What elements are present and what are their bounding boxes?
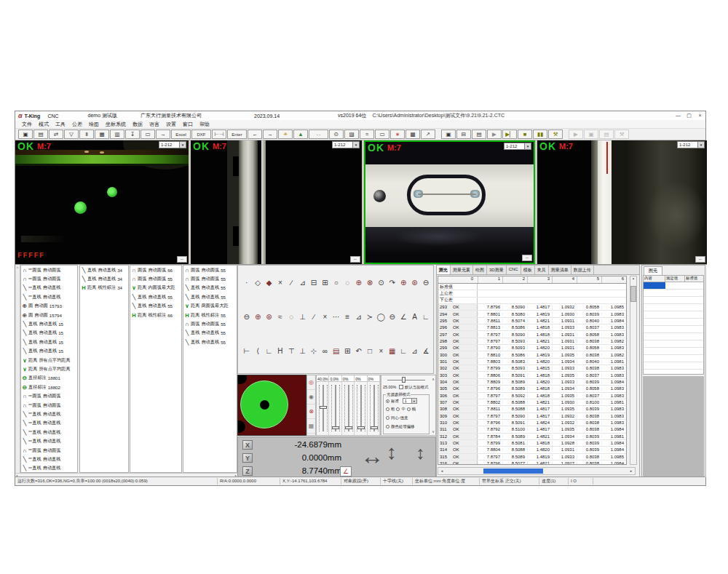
list-item[interactable]: ╲***直线自动直线 — [21, 437, 77, 445]
camera-grid-button[interactable]: ▦ — [95, 129, 109, 139]
standard-level-combo[interactable]: 1▾ — [403, 398, 417, 404]
camera-view-3-selected[interactable]: OK M:7 1-212▾ ⇔ — [364, 140, 535, 264]
measure-button[interactable]: Ⅱ — [79, 129, 94, 139]
selected-cell[interactable] — [644, 282, 665, 289]
table-label-row[interactable]: 下公差 — [438, 298, 626, 304]
table-row[interactable]: 298OK7.87978.50931.48211.09310.80381.098… — [438, 338, 626, 345]
table-row[interactable]: 293OK7.87968.50901.48171.09320.80581.098… — [438, 304, 626, 311]
list-item[interactable]: H距离线性标注66 — [130, 311, 181, 319]
column-header[interactable]: 0 — [438, 276, 478, 283]
stop-button[interactable]: ■ — [518, 129, 532, 139]
tool-icon[interactable]: ⊛ — [409, 279, 420, 287]
curve-button[interactable]: ↗ — [421, 129, 435, 139]
list-item[interactable]: ╲直线自动直线15 — [21, 319, 77, 328]
column-header[interactable]: 2 — [502, 276, 527, 283]
slider-thumb[interactable] — [345, 426, 352, 429]
tab-6[interactable]: 模板 — [521, 266, 535, 274]
tool-icon[interactable]: × — [274, 279, 285, 287]
slider-thumb[interactable] — [357, 426, 365, 429]
tool-icon[interactable]: ⊥ — [297, 347, 308, 355]
ruler-button[interactable]: ⊢⊣ — [212, 129, 226, 139]
table-label-row[interactable]: 上公差 — [438, 290, 626, 297]
menu-item[interactable]: 绘图 — [89, 121, 99, 128]
tool-icon[interactable]: ⊖ — [420, 279, 431, 287]
list-item[interactable]: ∨距离所有点平均距离 — [21, 364, 77, 373]
tab-2[interactable]: 测量元素 — [451, 266, 473, 274]
radio-mid[interactable] — [396, 407, 400, 411]
close-button[interactable]: × — [695, 111, 705, 120]
list-item[interactable]: ╲直线自动直线34 — [80, 274, 128, 283]
list-item[interactable]: ∩***圆弧自动圆弧 — [21, 266, 77, 274]
zoom-slider-thumb[interactable] — [402, 377, 405, 383]
matrix-button[interactable]: ▩ — [405, 129, 420, 139]
tool-icon[interactable]: ∡ — [420, 347, 431, 355]
table-row[interactable]: 311OK7.87928.51001.48171.09350.80381.098… — [438, 426, 626, 433]
minimize-button[interactable]: — — [673, 111, 684, 120]
open-result-button[interactable]: ▤ — [472, 129, 486, 139]
row-header[interactable]: 310OK — [438, 420, 478, 426]
light-mode-icon[interactable]: ▦ — [307, 419, 315, 434]
table-row[interactable]: 299OK7.87908.50931.48201.09310.80581.098… — [438, 345, 626, 351]
row-header[interactable]: 303OK — [438, 372, 478, 378]
table-row[interactable]: 309OK7.87978.50901.48171.09320.80381.098… — [438, 413, 626, 420]
column-header[interactable]: 6 — [601, 276, 626, 283]
table-row[interactable]: 301OK7.88038.50831.48201.09340.80401.098… — [438, 359, 626, 365]
tool-icon[interactable]: ∟ — [264, 347, 274, 355]
elements-row[interactable] — [644, 319, 703, 326]
camera-view-2[interactable]: OK M:7 1-212▾ ⇔ — [191, 140, 362, 264]
tool-icon[interactable]: ∕ — [286, 279, 297, 287]
tab-5[interactable]: CNC — [507, 266, 521, 274]
arrow-right-button[interactable]: → — [263, 129, 277, 139]
table-row[interactable]: 306OK7.87978.50921.48181.09350.80371.098… — [438, 393, 626, 399]
flip-button[interactable]: ⇄ — [49, 129, 63, 139]
table-row[interactable]: 315OK7.87978.50891.48191.09330.80381.098… — [438, 454, 626, 461]
light-ring-preview[interactable] — [237, 375, 306, 436]
tool-icon[interactable]: ⊕ — [397, 279, 408, 287]
list-item[interactable]: ╲***直线自动直线 — [21, 410, 77, 418]
row-header[interactable]: 301OK — [438, 359, 478, 364]
list-item[interactable]: ╲直线自动直线55 — [183, 284, 237, 292]
list-item[interactable]: ∩***圆弧自动圆弧 — [21, 391, 77, 400]
run-tool-button[interactable]: ⚒ — [548, 129, 563, 139]
tool-icon[interactable]: ↷ — [387, 279, 397, 287]
list-item[interactable]: ╲***直线自动直线 — [21, 419, 77, 428]
elements-row[interactable] — [644, 297, 703, 304]
list-item[interactable]: ⊖直径标注18801 — [21, 374, 77, 383]
scroll-down-icon[interactable]: ∨ — [432, 429, 435, 434]
list-item[interactable]: ╲直线自动直线55 — [130, 292, 181, 301]
list-item[interactable]: ╲直线自动直线15 — [21, 338, 77, 346]
menu-item[interactable]: 数据 — [132, 121, 143, 128]
tab-1[interactable]: 测光 — [437, 266, 451, 274]
table-row[interactable]: 308OK7.88118.50881.48171.09350.80391.098… — [438, 406, 626, 412]
resize-handle[interactable]: ⇔ — [350, 256, 360, 263]
z-jog-arrows[interactable]: ↕ — [416, 444, 425, 462]
tool-icon[interactable]: ⊕ — [252, 313, 263, 321]
tool-icon[interactable]: ⊖ — [241, 313, 252, 321]
image-button[interactable]: ▲ — [293, 129, 308, 139]
table-row[interactable]: 295OK7.88118.50741.48211.09310.80401.098… — [438, 318, 626, 324]
list-item[interactable]: ∩圆弧自动圆弧55 — [183, 266, 237, 274]
menu-item[interactable]: 语言 — [149, 121, 159, 128]
column-header[interactable]: 4 — [552, 276, 577, 283]
resize-handle[interactable]: ⇔ — [522, 255, 532, 261]
column-header[interactable]: 5 — [577, 276, 601, 283]
elements-row[interactable] — [644, 326, 703, 333]
tool-icon[interactable]: ⊥ — [297, 313, 308, 321]
tool-icon[interactable]: ⊛ — [264, 313, 274, 321]
menu-item[interactable]: 设置 — [166, 121, 176, 128]
results-vscrollbar[interactable]: ▲ — [630, 276, 637, 465]
tool-icon[interactable]: × — [320, 313, 331, 321]
list-item[interactable]: ╲***直线自动直线 — [21, 284, 77, 292]
tool-icon[interactable]: ↶ — [353, 347, 364, 355]
list-item[interactable]: ∨距离所有点平均距离 — [21, 356, 77, 364]
drop-button[interactable]: ↧ — [125, 129, 140, 139]
row-header[interactable]: 309OK — [438, 413, 478, 419]
tool-icon[interactable]: · — [241, 279, 252, 287]
tool-icon[interactable]: ≡ — [342, 313, 353, 321]
tool-disabled-button[interactable]: ⚒ — [614, 129, 629, 139]
scroll-up-icon[interactable]: ∧ — [432, 377, 435, 381]
pattern-button[interactable]: ▨ — [344, 129, 359, 139]
camera-view-1[interactable]: FFFFF OK M:7 1-212▾ ⇔ — [15, 140, 189, 264]
tool-icon[interactable]: ◆ — [264, 279, 274, 287]
table-row[interactable]: 314OK7.88048.50881.48201.09310.80391.098… — [438, 447, 626, 453]
